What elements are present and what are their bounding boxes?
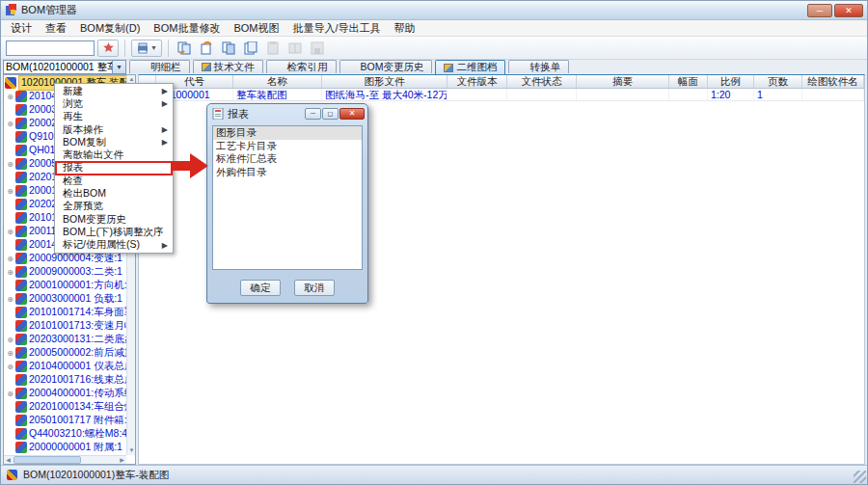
tree-item[interactable]: ⊕ 20501001717 附件箱:1 xyxy=(5,414,126,427)
expand-icon[interactable]: ⊕ xyxy=(5,268,15,277)
column-header[interactable]: 页数 xyxy=(754,75,802,88)
tree-item[interactable]: ⊕ 20104000001 仪表总成:1 xyxy=(5,360,126,373)
print-icon[interactable]: ▼ xyxy=(131,40,162,57)
tree-item[interactable]: ⊕ 20003000001 负载:1 xyxy=(5,292,126,306)
context-menu-item[interactable]: 再生 ▶ xyxy=(56,111,172,123)
report-list-item[interactable]: 外购件目录 xyxy=(213,166,362,179)
tree-item[interactable]: ⊕ 20000000001 附属:1 xyxy=(5,441,126,454)
column-header[interactable]: 绘图软件名 xyxy=(802,75,864,88)
menu-item[interactable]: 帮助 xyxy=(388,20,422,37)
tab[interactable]: 转换单 xyxy=(508,60,569,73)
scroll-down-icon[interactable]: ▼ xyxy=(127,446,136,455)
expand-icon[interactable]: ⊕ xyxy=(5,160,15,169)
column-header[interactable]: 文件状态 xyxy=(507,75,577,88)
column-header[interactable]: 摘要 xyxy=(577,75,669,88)
bom-selector-combo[interactable]: BOM(10201000001 整车(装配 ▼ xyxy=(3,60,126,74)
column-header[interactable]: 幅面 xyxy=(669,75,708,88)
expand-icon[interactable]: ⊕ xyxy=(5,93,15,101)
report-list-item[interactable]: 图形目录 xyxy=(213,126,362,140)
menu-item[interactable]: 设计 xyxy=(4,20,39,37)
tree-item-label: 20203000131:二类底盘至:1 xyxy=(29,333,126,346)
menu-bar: 设计查看BOM复制(D)BOM批量修改BOM视图批量导入/导出工具帮助 xyxy=(1,20,867,37)
search-input[interactable] xyxy=(6,40,95,56)
context-menu-item[interactable]: 离散输出文件 ▶ xyxy=(56,148,172,161)
report-list-item[interactable]: 标准件汇总表 xyxy=(213,152,362,166)
expand-icon[interactable]: ⊕ xyxy=(5,295,15,304)
context-menu-item[interactable]: 版本操作 ▶ xyxy=(56,123,172,136)
expand-icon[interactable]: ⊕ xyxy=(5,336,15,344)
tree-item[interactable]: ⊕ Q44003210:螺栓M8:4 xyxy=(5,427,126,441)
minimize-button[interactable]: ─ xyxy=(807,4,832,17)
context-menu-item[interactable]: 新建 ▶ xyxy=(56,85,172,97)
expand-icon[interactable]: ⊕ xyxy=(5,187,15,196)
menu-item[interactable]: BOM视图 xyxy=(227,20,285,37)
tab[interactable]: 二维图档 xyxy=(435,60,505,74)
expand-icon[interactable]: ⊕ xyxy=(5,120,15,128)
context-menu-item[interactable]: BOM变更历史 ▶ xyxy=(56,213,172,226)
tree-item[interactable]: ⊕ 20009000004:变速:1 xyxy=(5,252,126,265)
close-button[interactable]: ✕ xyxy=(834,4,863,17)
bom-part-icon xyxy=(15,131,27,143)
cell-pages: 1 xyxy=(754,89,802,100)
tree-item[interactable]: ⊕ 20001000001:方向机:1 xyxy=(5,279,126,292)
status-bom-icon xyxy=(7,470,17,480)
tree-item[interactable]: ⊕ 20201001716:线束总成:1 xyxy=(5,373,126,387)
expand-icon[interactable]: ⊕ xyxy=(5,363,15,371)
context-menu-item[interactable]: 全屏预览 ▶ xyxy=(56,201,172,213)
tree-item[interactable]: ⊕ 20101001714:车身面罩:1 xyxy=(5,306,126,319)
tree-item[interactable]: ⊕ 20101001713:变速月收集表双:1 xyxy=(5,319,126,333)
scroll-right-icon[interactable]: ▶ xyxy=(118,456,126,465)
expand-icon[interactable]: ⊕ xyxy=(5,390,15,398)
tab[interactable]: 技术文件 xyxy=(193,60,263,73)
tab[interactable]: 检索引用 xyxy=(266,60,337,73)
ok-button[interactable]: 确定 xyxy=(240,280,281,296)
bom-part-icon xyxy=(15,374,27,386)
expand-icon[interactable]: ⊕ xyxy=(5,228,15,236)
tree-item[interactable]: ⊕ 20203000131:二类底盘至:1 xyxy=(5,333,126,346)
menu-item[interactable]: 查看 xyxy=(39,20,73,37)
column-header[interactable]: 名称 xyxy=(233,75,322,88)
pages-icon[interactable] xyxy=(241,40,260,57)
favorite-star-icon[interactable] xyxy=(97,40,119,57)
report-list-item[interactable]: 工艺卡片目录 xyxy=(213,140,362,153)
menu-item[interactable]: BOM批量修改 xyxy=(147,20,227,37)
cancel-button[interactable]: 取消 xyxy=(294,280,335,296)
context-menu-item[interactable]: 报表 ▶ xyxy=(56,162,172,175)
bom-part-icon xyxy=(15,401,27,413)
menu-item[interactable]: 批量导入/导出工具 xyxy=(285,20,387,37)
red-arrow-annotation xyxy=(172,161,190,171)
tab[interactable]: BOM变更历史 xyxy=(339,60,433,73)
column-header[interactable]: 文件版本 xyxy=(448,75,507,88)
dialog-minimize-button[interactable]: ─ xyxy=(305,108,321,120)
table-row[interactable]: ▶ 201000001 整车装配图 图纸海马-至 最大40米-12万… 1:20… xyxy=(139,89,864,101)
expand-icon[interactable]: ⊕ xyxy=(5,255,15,263)
tree-item[interactable]: ⊕ 20009000003:二类:1 xyxy=(5,265,126,279)
context-menu-item[interactable]: 检查 ▶ xyxy=(56,175,172,187)
copy-icon[interactable] xyxy=(219,40,238,57)
context-menu-item[interactable]: 检出BOM ▶ xyxy=(56,187,172,200)
dialog-maximize-button[interactable]: ◻ xyxy=(322,108,339,120)
tree-item[interactable]: ⊕ 20005000002:前后减震器:1 xyxy=(5,346,126,360)
expand-icon[interactable]: ⊕ xyxy=(5,349,15,358)
context-menu-item[interactable]: BOM上(下)移调整次序 ▶ xyxy=(56,226,172,238)
context-menu-item[interactable]: 标记/使用属性(S) ▶ xyxy=(56,239,172,252)
menu-item[interactable]: BOM复制(D) xyxy=(73,20,147,37)
column-header[interactable]: 图形文件 xyxy=(322,75,448,88)
title-bar: BOM管理器 ─ ✕ xyxy=(1,1,867,20)
tree-horizontal-scrollbar[interactable]: ◀ ▶ xyxy=(4,455,126,464)
tree-item[interactable]: ⊕ 20004000001:传动系统:1 xyxy=(5,387,126,400)
resize-grip[interactable] xyxy=(854,471,866,483)
column-header[interactable]: 比例 xyxy=(708,75,754,88)
context-menu-item[interactable]: BOM复制 ▶ xyxy=(56,136,172,148)
bom-combo-value: BOM(10201000001 整车(装配 xyxy=(4,61,112,74)
check-in-icon[interactable] xyxy=(197,40,216,57)
context-menu-item-label: 浏览 xyxy=(63,97,83,110)
copy-out-icon[interactable] xyxy=(175,40,194,57)
scroll-left-icon[interactable]: ◀ xyxy=(4,456,13,465)
tree-item[interactable]: ⊕ 20201000134:车组合灯支架灯:1 xyxy=(5,400,126,414)
scrollbar-thumb[interactable] xyxy=(14,456,81,464)
tab[interactable]: 明细栏 xyxy=(129,60,190,73)
combo-dropdown-icon[interactable]: ▼ xyxy=(112,61,125,73)
dialog-close-button[interactable]: ✕ xyxy=(339,108,365,120)
context-menu-item[interactable]: 浏览 ▶ xyxy=(56,97,172,110)
